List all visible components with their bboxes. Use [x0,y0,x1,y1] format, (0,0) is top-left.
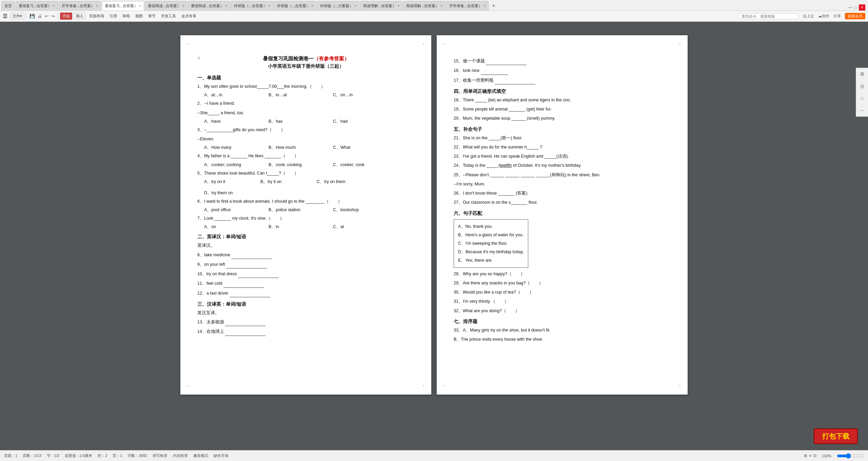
q27: 27、Our classroom is on the s_______ floo… [454,199,671,206]
status-spell-check[interactable]: 拼写检查 [153,453,167,458]
side-icon-2[interactable]: ◎ [860,83,864,89]
status-mode: 兼容模式 [193,453,208,458]
view-icon-3[interactable]: ⊡ [813,454,816,458]
tab-2[interactable]: 开学准备...合答案） × [59,1,101,11]
tab-7[interactable]: 外研版（...合答案） × [274,1,316,11]
references-btn[interactable]: 引用 [107,13,119,19]
q19: 19、Some people kill animal _______ (get)… [454,106,671,113]
share-btn[interactable]: 分享 [833,14,841,19]
status-word-count: 字数：3992 [127,453,147,458]
q2-options: A、have B、has C、had [204,119,414,124]
tab-close-6[interactable]: × [268,4,270,8]
tab-close-11[interactable]: × [484,4,486,8]
match-options-box: A、No, thank you. B、Here's a glass of wat… [454,219,528,268]
side-panel: ⊞ ◎ ☆ ⋯ [856,68,868,117]
new-tab-button[interactable]: + [489,1,498,11]
minimize-button[interactable]: — [848,5,852,10]
tab-close-4[interactable]: × [182,4,184,8]
tab-close-1[interactable]: × [53,4,55,8]
zoom-slider[interactable] [837,453,864,459]
view-icons: ⊞ ≡ ⊡ [804,454,816,458]
q24: 24、Today is the _____/twelfth of October… [454,162,671,169]
member-login-btn[interactable]: 超级会员 [845,13,865,19]
q20: 20、Mum, the vegetable soup ______ (smell… [454,115,671,122]
tab-4[interactable]: 暑假阅读...合答案） × [145,1,187,11]
redo-icon[interactable]: ↪ [51,13,56,19]
status-content-check[interactable]: 内容检查 [173,453,188,458]
corner-mark-br-r: + [679,384,681,388]
close-button[interactable]: × [859,4,865,11]
review-btn[interactable]: 审阅 [120,13,132,19]
file-menu[interactable]: 文件▾ [10,13,24,20]
match-e: E、Yes, there are. [458,256,524,265]
undo-icon[interactable]: ↩ [44,13,49,19]
status-bar: 页面：1 页数：1/13 节：1/2 设置值：2.6厘米 栏：2 页：1 字数：… [0,450,868,461]
cloud-collab-btn[interactable]: ☁协作 [818,14,829,19]
corner-mark-bl: + [187,384,189,388]
view-icon-1[interactable]: ⊞ [804,454,807,458]
q22: 22、What will you do for the summer h____… [454,144,671,151]
section3-header: 三、汉译英：单词/短语 [197,301,414,307]
upload-cloud-btn[interactable]: 去上云 [803,14,814,19]
zoom-level: 110% [822,454,831,458]
tab-close-3[interactable]: × [139,4,141,8]
chapter-btn[interactable]: 章节 [146,13,158,19]
section5-header: 五、补全句子 [454,126,671,133]
corner-mark-tr: + [422,42,425,46]
q15: 15、做一个课题 [454,58,671,65]
section3-sub: 英汉互译。 [197,309,414,317]
tab-9[interactable]: 阅读理解...合答案） × [360,1,402,11]
view-icon-2[interactable]: ≡ [809,454,811,458]
side-icon-3[interactable]: ☆ [860,96,864,101]
status-section: 节：1/2 [47,453,59,458]
tab-11[interactable]: 开学准备...合答案） × [446,1,489,11]
section6-header: 六、句子匹配 [454,211,671,217]
q12: 12、a taxi driver [197,290,414,297]
tab-close-5[interactable]: × [225,4,227,8]
status-row: 页：1 [113,453,122,458]
side-icon-4[interactable]: ⋯ [860,108,865,113]
member-btn[interactable]: 会员专享 [179,13,198,19]
menu-icon[interactable]: ☰ [3,13,7,19]
side-icon-1[interactable]: ⊞ [860,71,864,77]
print-icon[interactable]: 🖨 [37,13,43,19]
search-input[interactable] [738,13,799,19]
tab-8[interactable]: 外研版（...力量篇） × [317,1,359,11]
q7: 7、Look _______ my clock. It's nine.（ ） [197,215,414,222]
start-btn[interactable]: 开始 [60,13,72,20]
q5-options: A、try on it B、try it on C、try on them D、… [204,179,414,196]
tab-3[interactable]: 暑假复习...合答案） × [102,1,144,11]
tab-10[interactable]: 阅读理解...合答案） × [403,1,446,11]
q8: 8、take medicine [197,252,414,259]
q3b: --Eleven. [197,136,414,143]
view-btn[interactable]: 视图 [133,13,145,19]
tab-1[interactable]: 暑假复习...合答案） × [16,1,58,11]
tab-close-8[interactable]: × [354,4,356,8]
tab-close-7[interactable]: × [311,4,313,8]
section2-sub: 英译汉。 [197,242,414,249]
save-icon[interactable]: 💾 [29,13,36,19]
page-subtitle: 小学英语五年级下册外研版（三起） [197,63,414,69]
status-page: 页面：1 [4,453,17,458]
insert-btn[interactable]: 插入 [74,13,86,20]
dev-btn[interactable]: 开发工具 [159,13,178,19]
page-layout-btn[interactable]: 页面布局 [87,13,106,19]
tab-close-2[interactable]: × [96,4,98,8]
corner-mark-tl-r: + [443,42,446,46]
maximize-button[interactable]: □ [854,5,857,10]
q3a: 3、--___________gifts do you need?（ ） [197,126,414,134]
tab-5[interactable]: 暑假阅读...合答案） × [188,1,230,11]
q4-options: A、cooker; cooking B、cook; cooking C、cook… [204,162,414,168]
tab-close-9[interactable]: × [397,4,399,8]
tab-6[interactable]: 外研版（...合答案） × [231,1,273,11]
q18: 18、There _____ (be) an elephant and some… [454,97,671,104]
tab-close-10[interactable]: × [440,4,442,8]
toolbar: ☰ 文件▾ 💾 🖨 ↩ ↪ 开始 插入 页面布局 引用 审阅 视图 章节 开发工… [0,11,868,22]
tab-home[interactable]: 首页 [1,1,15,11]
section4-header: 四、用单词正确形式填空 [454,88,671,95]
download-button[interactable]: 打包下载 [814,428,858,444]
match-b: B、Here's a glass of water for you. [458,231,524,239]
q28: 28、Why are you so happy?（ ） [454,270,671,278]
page-2: + + + + 15、做一个课题 16、look nice 17、收集一些塑料瓶… [437,35,688,395]
q33a: 33、A、Many girls try on the shoe, but it … [454,327,671,334]
